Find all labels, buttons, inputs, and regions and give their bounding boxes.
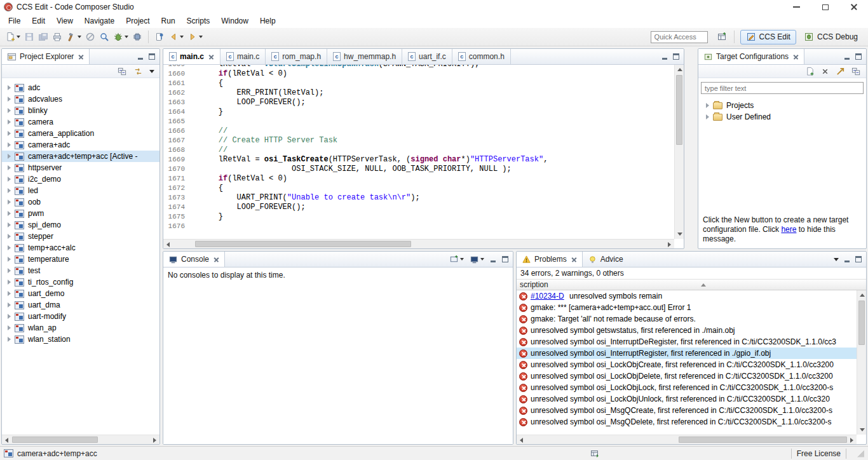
editor-tab-hw_memmap.h[interactable]: chw_memmap.h: [327, 49, 402, 64]
project-item[interactable]: wlan_ap: [2, 322, 159, 334]
tree-item-user-defined[interactable]: User Defined: [698, 111, 866, 123]
project-item[interactable]: camera_application: [2, 128, 159, 139]
project-item[interactable]: camera: [2, 116, 159, 128]
scroll-right-button[interactable]: [847, 435, 857, 445]
skip-breakpoints-button[interactable]: [84, 29, 97, 44]
search-button[interactable]: [98, 29, 111, 44]
save-button[interactable]: [23, 29, 36, 44]
editor-tab-rom_map.h[interactable]: crom_map.h: [266, 49, 327, 64]
collapse-all-button[interactable]: [118, 67, 127, 76]
close-view-icon[interactable]: [214, 257, 219, 262]
close-button[interactable]: [839, 0, 868, 14]
scroll-left-button[interactable]: [517, 435, 526, 445]
project-item[interactable]: uart_dma: [2, 299, 159, 311]
problem-row[interactable]: unresolved symbol osi_LockObjLock, first…: [517, 382, 857, 393]
problem-row[interactable]: unresolved symbol getswstatus, first ref…: [517, 325, 857, 336]
project-item[interactable]: blinky: [2, 105, 159, 116]
close-tab-icon[interactable]: [208, 54, 214, 60]
perspective-ccs-debug[interactable]: CCS Debug: [799, 30, 863, 44]
problem-row[interactable]: unresolved symbol osi_MsgQDelete, first …: [517, 416, 857, 428]
chevron-right-icon[interactable]: [8, 314, 11, 319]
project-item[interactable]: test: [2, 265, 159, 276]
editor-vertical-scrollbar[interactable]: [674, 65, 684, 239]
problem-row[interactable]: unresolved symbol osi_MsgQCreate, first …: [517, 405, 857, 416]
problem-row[interactable]: unresolved symbol osi_InterruptDeRegiste…: [517, 336, 857, 348]
scrollbar-thumb[interactable]: [12, 436, 98, 443]
menu-project[interactable]: Project: [120, 15, 155, 27]
scroll-up-button[interactable]: [857, 290, 867, 300]
chevron-right-icon[interactable]: [8, 177, 11, 182]
flash-button[interactable]: [131, 29, 144, 44]
scroll-right-button[interactable]: [665, 240, 674, 249]
chevron-right-icon[interactable]: [8, 188, 11, 193]
close-view-icon[interactable]: [78, 54, 84, 60]
chevron-right-icon[interactable]: [8, 165, 11, 170]
delete-button[interactable]: [821, 67, 829, 76]
close-view-icon[interactable]: [793, 54, 799, 60]
maximize-view-button[interactable]: [673, 53, 679, 60]
maximize-view-button[interactable]: [855, 256, 862, 262]
new-button[interactable]: [4, 29, 22, 44]
maximize-view-button[interactable]: [855, 53, 862, 60]
back-button[interactable]: [167, 29, 185, 44]
project-item[interactable]: camera+adc+temp+acc [Active -: [2, 151, 159, 162]
background-task-icon[interactable]: [590, 449, 600, 460]
problem-row[interactable]: unresolved symbol osi_LockObjCreate, fir…: [517, 359, 857, 370]
scroll-left-button[interactable]: [2, 435, 11, 445]
pin-editor-button[interactable]: [153, 29, 166, 44]
chevron-right-icon[interactable]: [8, 245, 11, 250]
minimize-view-button[interactable]: [661, 53, 668, 60]
scrollbar-thumb[interactable]: [858, 301, 865, 345]
tab-problems[interactable]: Problems: [517, 252, 583, 267]
minimize-view-button[interactable]: [844, 53, 850, 60]
menu-window[interactable]: Window: [215, 15, 254, 27]
build-button[interactable]: [65, 29, 83, 44]
collapse-all-button[interactable]: [851, 67, 861, 76]
forward-button[interactable]: [186, 29, 204, 44]
chevron-right-icon[interactable]: [8, 142, 11, 147]
editor-tab-main.c[interactable]: cmain.c: [163, 49, 220, 64]
menu-edit[interactable]: Edit: [26, 15, 51, 27]
code-editor[interactable]: 1659166016611662166316641665166616671668…: [163, 65, 674, 239]
maximize-view-button[interactable]: [502, 256, 508, 262]
menu-help[interactable]: Help: [254, 15, 281, 27]
scroll-left-button[interactable]: [163, 240, 173, 249]
tab-advice[interactable]: Advice: [583, 252, 628, 267]
editor-tab-main.c[interactable]: cmain.c: [220, 49, 266, 64]
minimize-view-button[interactable]: [137, 53, 144, 60]
view-menu-icon[interactable]: [834, 258, 839, 261]
project-item[interactable]: adc: [2, 82, 159, 93]
problem-row[interactable]: unresolved symbol osi_LockObjDelete, fir…: [517, 370, 857, 382]
problems-vertical-scrollbar[interactable]: [857, 290, 866, 435]
problem-row[interactable]: unresolved symbol osi_InterruptRegister,…: [517, 348, 857, 359]
editor-tab-uart_if.c[interactable]: cuart_if.c: [402, 49, 452, 64]
scroll-down-button[interactable]: [857, 425, 867, 435]
open-console-button[interactable]: [449, 255, 464, 264]
project-item[interactable]: temperature: [2, 254, 159, 265]
project-item[interactable]: uart-modify: [2, 311, 159, 322]
tree-item-projects[interactable]: Projects: [698, 100, 866, 111]
menu-view[interactable]: View: [51, 15, 79, 27]
scroll-right-button[interactable]: [150, 435, 159, 445]
chevron-right-icon[interactable]: [8, 119, 11, 125]
chevron-right-icon[interactable]: [8, 291, 11, 296]
maximize-view-button[interactable]: [149, 53, 155, 60]
problem-row[interactable]: gmake: *** [camera+adc+temp+acc.out] Err…: [517, 302, 857, 313]
editor-horizontal-scrollbar[interactable]: [163, 239, 674, 248]
minimize-view-button[interactable]: [844, 256, 850, 262]
chevron-right-icon[interactable]: [8, 131, 11, 136]
menu-run[interactable]: Run: [156, 15, 181, 27]
resize-grip[interactable]: [857, 450, 864, 457]
problems-column-header[interactable]: scription: [517, 279, 866, 290]
minimize-view-button[interactable]: [490, 256, 496, 262]
chevron-right-icon[interactable]: [8, 325, 11, 330]
hide-message-link[interactable]: here: [781, 225, 796, 234]
new-target-config-button[interactable]: [805, 67, 815, 76]
scroll-down-button[interactable]: [675, 229, 684, 239]
tab-console[interactable]: Console: [163, 252, 225, 267]
editor-tab-common.h[interactable]: ccommon.h: [452, 49, 511, 64]
scrollbar-thumb[interactable]: [195, 241, 411, 247]
chevron-right-icon[interactable]: [8, 280, 11, 285]
project-item[interactable]: spi_demo: [2, 219, 159, 231]
problem-row[interactable]: #10234-D unresolved symbols remain: [517, 290, 857, 302]
